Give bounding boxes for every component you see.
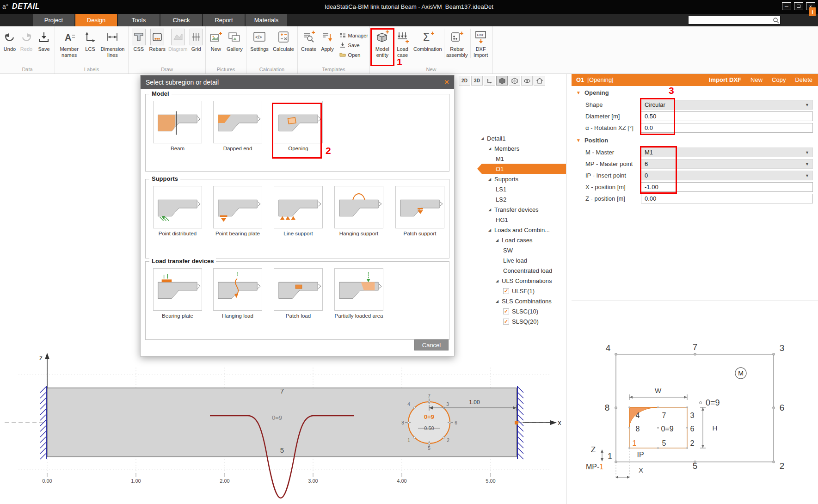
beam-canvas[interactable]: z x 7 0=9 5 4 7 3 8 6 1 5 bbox=[0, 342, 566, 504]
tab-check[interactable]: Check bbox=[160, 14, 202, 26]
thumb-point-distributed[interactable]: Point distributed bbox=[153, 186, 202, 236]
tree-item-loads-and-combinations[interactable]: ◢Loads and Combin... bbox=[476, 225, 566, 235]
section-position[interactable]: ▼ Position bbox=[572, 134, 818, 147]
tab-materials[interactable]: Materials bbox=[246, 14, 287, 26]
tree-item-concentrated-load[interactable]: Concentrated load bbox=[476, 265, 566, 276]
expander-icon: ◢ bbox=[488, 147, 494, 151]
diagram-button[interactable]: Diagram bbox=[168, 29, 188, 52]
svg-text:1: 1 bbox=[608, 451, 613, 461]
maximize-button[interactable] bbox=[794, 2, 803, 10]
tree-item-members[interactable]: ◢Members bbox=[476, 143, 566, 154]
tree-item-transfer-devices[interactable]: ◢Transfer devices bbox=[476, 204, 566, 215]
tree-item-detail1[interactable]: ◢Detail1 bbox=[476, 133, 566, 143]
template-manager-button[interactable]: Manager bbox=[339, 31, 368, 40]
thumb-patch-load[interactable]: Patch load bbox=[274, 268, 323, 319]
tree-item-slsc10[interactable]: ✓SLSC(10) bbox=[476, 306, 566, 316]
view-solid-button[interactable] bbox=[496, 76, 508, 86]
view-wireframe-button[interactable] bbox=[509, 76, 520, 86]
tab-tools[interactable]: Tools bbox=[118, 14, 160, 26]
load-case-button[interactable]: Load case bbox=[394, 29, 412, 58]
cancel-button[interactable]: Cancel bbox=[414, 339, 449, 350]
dimension-lines-button[interactable]: Dimension lines bbox=[99, 29, 126, 58]
lcs-button[interactable]: LCS bbox=[82, 29, 98, 52]
view-visibility-button[interactable] bbox=[521, 76, 533, 86]
thumb-dapped-end[interactable]: Dapped end bbox=[213, 101, 262, 151]
grid-button[interactable]: Grid bbox=[189, 29, 203, 52]
minimize-button[interactable]: ─ bbox=[782, 2, 791, 10]
tree-item-hg1[interactable]: HG1 bbox=[476, 215, 566, 225]
tree-item-load-cases[interactable]: ◢Load cases bbox=[476, 235, 566, 245]
view-2d-button[interactable]: 2D bbox=[459, 76, 470, 86]
tab-design[interactable]: Design bbox=[75, 14, 117, 26]
import-dxf-button[interactable]: Import DXF bbox=[709, 76, 741, 83]
thumb-bearing-plate[interactable]: Bearing plate bbox=[153, 268, 202, 319]
rebars-button[interactable]: Rebars bbox=[148, 29, 167, 52]
new-entity-button[interactable]: New bbox=[750, 76, 763, 83]
calculate-button[interactable]: Calculate bbox=[271, 29, 295, 52]
gallery-button[interactable]: Gallery bbox=[225, 29, 244, 52]
checkbox-checked[interactable]: ✓ bbox=[503, 308, 509, 314]
dialog-header[interactable]: Select subregion or detail × bbox=[141, 75, 454, 89]
template-open-button[interactable]: Open bbox=[339, 50, 368, 60]
svg-text:3: 3 bbox=[780, 343, 785, 353]
member-names-button[interactable]: A Member names bbox=[57, 29, 81, 58]
tree-item-ls2[interactable]: LS2 bbox=[476, 194, 566, 204]
z-position-input[interactable]: 0.00 bbox=[641, 194, 813, 203]
checkbox-checked[interactable]: ✓ bbox=[503, 319, 509, 325]
svg-text:5: 5 bbox=[428, 446, 431, 451]
dxf-import-button[interactable]: DXF DXF Import bbox=[470, 29, 491, 58]
detail-canvas[interactable]: 4 7 3 8 6 1 5 2 M 4 7 3 8 bbox=[576, 336, 816, 504]
undo-button[interactable]: Undo bbox=[2, 29, 18, 52]
tree-item-slsq20[interactable]: ✓SLSQ(20) bbox=[476, 316, 566, 326]
settings-button[interactable]: </> Settings bbox=[248, 29, 271, 52]
thumb-hanging-support[interactable]: Hanging support bbox=[334, 186, 383, 236]
tree-item-uls-combinations[interactable]: ◢ULS Combinations bbox=[476, 276, 566, 286]
tree-item-supports[interactable]: ◢Supports bbox=[476, 174, 566, 184]
copy-entity-button[interactable]: Copy bbox=[772, 76, 786, 83]
view-3d-button[interactable]: 3D bbox=[471, 76, 483, 86]
tree-item-m1[interactable]: M1 bbox=[476, 154, 566, 164]
template-apply-button[interactable]: Apply bbox=[319, 29, 336, 52]
svg-text:1.00: 1.00 bbox=[469, 399, 480, 406]
thumb-hanging-load[interactable]: Hanging load bbox=[213, 268, 262, 319]
picture-new-button[interactable]: New bbox=[208, 29, 224, 52]
search-input[interactable] bbox=[689, 16, 772, 24]
template-save-button[interactable]: Save bbox=[339, 40, 368, 50]
tree-item-ulsf1[interactable]: ✓ULSF(1) bbox=[476, 286, 566, 296]
checkbox-checked[interactable]: ✓ bbox=[503, 288, 509, 294]
view-home-button[interactable] bbox=[534, 76, 545, 86]
template-create-button[interactable]: Create bbox=[300, 29, 318, 52]
dialog-close-icon[interactable]: × bbox=[444, 78, 449, 87]
thumb-line-support[interactable]: Line support bbox=[274, 186, 323, 236]
tree-item-live-load[interactable]: Live load bbox=[476, 255, 566, 265]
svg-text:0=9: 0=9 bbox=[706, 398, 720, 407]
view-axes-button[interactable] bbox=[484, 76, 495, 86]
svg-text:4: 4 bbox=[636, 412, 640, 419]
thumb-beam[interactable]: Beam bbox=[153, 101, 202, 151]
svg-text:2: 2 bbox=[690, 439, 695, 447]
combination-button[interactable]: Σ Combination bbox=[412, 29, 443, 52]
tab-report[interactable]: Report bbox=[203, 14, 245, 26]
svg-text:4: 4 bbox=[606, 343, 611, 353]
thumb-patch-support[interactable]: Patch support bbox=[395, 186, 444, 236]
info-button[interactable]: i bbox=[809, 7, 816, 16]
ribbon-group-calculation: </> Settings Calculate Calculation bbox=[246, 26, 298, 74]
thumb-point-bearing-plate[interactable]: Point bearing plate bbox=[213, 186, 262, 236]
css-button[interactable]: CSS bbox=[130, 29, 147, 52]
tree-item-sls-combinations[interactable]: ◢SLS Combinations bbox=[476, 296, 566, 306]
tab-project[interactable]: Project bbox=[33, 14, 74, 26]
svg-text:1: 1 bbox=[407, 438, 410, 443]
search-box[interactable] bbox=[688, 16, 781, 25]
delete-entity-button[interactable]: Delete bbox=[795, 76, 812, 83]
right-panel-divider bbox=[572, 301, 818, 301]
rebar-assembly-button[interactable]: Rebar assembly bbox=[444, 29, 469, 58]
tree-item-sw[interactable]: SW bbox=[476, 245, 566, 255]
tree-item-ls1[interactable]: LS1 bbox=[476, 184, 566, 194]
tree-item-o1[interactable]: O1 bbox=[476, 164, 566, 174]
opening-detail[interactable]: 4 7 3 8 0=9 6 1 5 2 bbox=[628, 406, 695, 449]
visibility-icon bbox=[524, 78, 530, 84]
thumb-partially-loaded-area[interactable]: Partially loaded area bbox=[334, 268, 383, 319]
save-button[interactable]: Save bbox=[35, 29, 53, 52]
redo-button[interactable]: Redo bbox=[18, 29, 34, 52]
section-opening[interactable]: ▼ Opening bbox=[572, 86, 818, 99]
